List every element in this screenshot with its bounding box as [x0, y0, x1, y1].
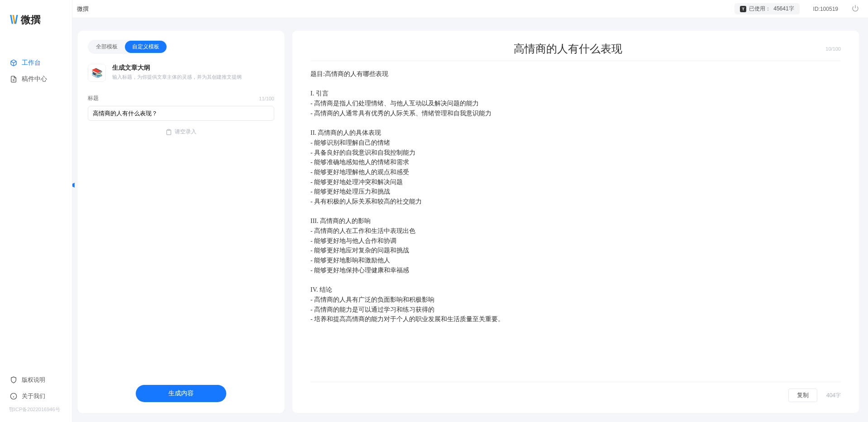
- icp-text: 鄂ICP备2022016946号: [0, 404, 72, 417]
- left-panel: 全部模板 自定义模板 📚 生成文章大纲 输入标题，为你提供文章主体的灵感，并为其…: [78, 31, 284, 413]
- sidebar-item-label: 关于我们: [22, 392, 45, 400]
- clipboard-icon: [166, 129, 172, 135]
- sidebar-footer: 版权说明 关于我们 鄂ICP备2022016946号: [0, 372, 72, 422]
- generate-button[interactable]: 生成内容: [136, 385, 226, 402]
- power-icon: [852, 5, 859, 12]
- sidebar-item-label: 版权说明: [22, 376, 45, 384]
- cube-icon: [10, 59, 17, 66]
- output-footer: 复制 404字: [310, 382, 841, 402]
- topbar: 微撰 T 已使用： 45641字 ID:100519: [72, 0, 868, 18]
- logo: \\/ 微撰: [0, 0, 72, 37]
- title-field-label: 标题: [88, 95, 99, 102]
- tab-all-templates[interactable]: 全部模板: [89, 41, 125, 53]
- right-panel: 高情商的人有什么表现 10/100 题目:高情商的人有哪些表现 I. 引言 - …: [292, 31, 859, 413]
- voice-input-label: 请空录入: [175, 128, 196, 136]
- output-char-count: 404字: [826, 392, 841, 399]
- output-body: 题目:高情商的人有哪些表现 I. 引言 - 高情商是指人们处理情绪、与他人互动以…: [310, 69, 841, 382]
- power-button[interactable]: [852, 5, 859, 13]
- output-title-count: 10/100: [825, 46, 841, 52]
- sidebar-item-drafts[interactable]: 稿件中心: [0, 71, 72, 87]
- voice-input-button[interactable]: 请空录入: [88, 121, 274, 143]
- sidebar-item-workspace[interactable]: 工作台: [0, 55, 72, 71]
- sidebar-item-about[interactable]: 关于我们: [0, 388, 72, 404]
- divider: [310, 61, 841, 61]
- tab-custom-templates[interactable]: 自定义模板: [125, 41, 167, 53]
- usage-badge: T 已使用： 45641字: [734, 3, 799, 14]
- usage-label: 已使用：: [749, 5, 771, 13]
- template-card: 📚 生成文章大纲 输入标题，为你提供文章主体的灵感，并为其创建推文提纲: [88, 64, 274, 82]
- template-tabs: 全部模板 自定义模板: [88, 40, 167, 54]
- sidebar-nav: 工作台 稿件中心: [0, 37, 72, 372]
- document-icon: [10, 76, 17, 83]
- template-info: 生成文章大纲 输入标题，为你提供文章主体的灵感，并为其创建推文提纲: [112, 64, 242, 81]
- logo-mark: \\/: [10, 13, 17, 27]
- template-desc: 输入标题，为你提供文章主体的灵感，并为其创建推文提纲: [112, 74, 242, 81]
- svg-rect-1: [168, 129, 170, 130]
- title-input[interactable]: [88, 106, 274, 121]
- output-title: 高情商的人有什么表现: [310, 42, 825, 56]
- shield-icon: [10, 376, 17, 384]
- content: ◀ 全部模板 自定义模板 📚 生成文章大纲 输入标题，为你提供文章主体的灵感，并…: [72, 18, 868, 422]
- sidebar-item-label: 工作台: [22, 59, 41, 67]
- user-id: ID:100519: [813, 6, 838, 12]
- info-icon: [10, 393, 17, 400]
- copy-button[interactable]: 复制: [788, 389, 817, 402]
- sidebar-item-copyright[interactable]: 版权说明: [0, 372, 72, 388]
- page-title: 微撰: [77, 5, 89, 13]
- usage-value: 45641字: [773, 5, 794, 13]
- title-field-header: 标题 11/100: [88, 95, 274, 102]
- template-icon: 📚: [88, 64, 106, 82]
- text-icon: T: [740, 6, 746, 12]
- sidebar: \\/ 微撰 工作台 稿件中心 版权说明 关于我们 鄂ICP备202201694…: [0, 0, 72, 422]
- sidebar-item-label: 稿件中心: [22, 75, 47, 83]
- collapse-handle[interactable]: ◀: [72, 181, 75, 188]
- template-name: 生成文章大纲: [112, 64, 242, 72]
- main: 微撰 T 已使用： 45641字 ID:100519 ◀ 全部模板 自定义模板: [72, 0, 868, 422]
- title-field-count: 11/100: [259, 96, 274, 101]
- logo-text: 微撰: [21, 13, 41, 27]
- output-title-row: 高情商的人有什么表现 10/100: [310, 42, 841, 56]
- topbar-right: T 已使用： 45641字 ID:100519: [734, 3, 859, 14]
